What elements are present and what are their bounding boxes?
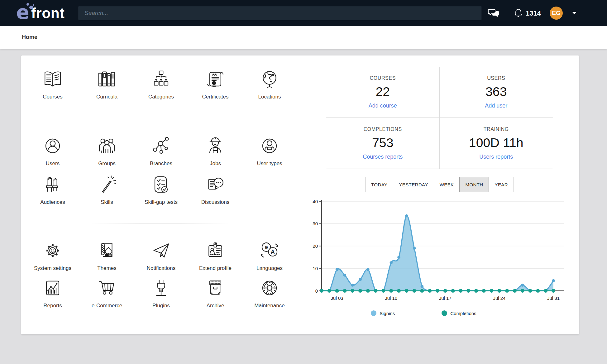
system-settings-icon xyxy=(42,237,63,264)
tab-week[interactable]: WEEK xyxy=(434,177,460,192)
reports-icon xyxy=(42,275,63,301)
groups-icon xyxy=(97,133,117,159)
menu-item-groups[interactable]: Groups xyxy=(80,133,134,167)
menu-item-locations[interactable]: Locations xyxy=(242,66,297,100)
legend-completions: Completions xyxy=(442,310,476,316)
menu-item-system-settings[interactable]: System settings xyxy=(26,237,80,271)
menu-item-label: Notifications xyxy=(147,265,176,271)
menu-item-languages[interactable]: ǝ A Languages xyxy=(242,237,297,271)
courses-icon xyxy=(42,66,63,92)
menu-item-extend-profile[interactable]: Extend profile xyxy=(188,237,242,271)
languages-icon: ǝ A xyxy=(259,237,280,264)
notifications-paper-plane-icon xyxy=(151,237,171,264)
menu-item-label: Users xyxy=(46,160,60,167)
courses-reports-link[interactable]: Courses reports xyxy=(363,154,403,160)
stat-value: 753 xyxy=(372,136,393,150)
logo-bubble-icon xyxy=(26,3,29,6)
stat-value: 363 xyxy=(485,84,507,99)
stat-card-users: USERS 363 Add user xyxy=(440,67,553,118)
users-reports-link[interactable]: Users reports xyxy=(479,154,513,160)
menu-row-tools: Reports e-Commerce Plugins xyxy=(26,275,297,309)
jobs-icon xyxy=(205,133,226,159)
certificates-icon xyxy=(205,66,226,92)
menu-item-plugins[interactable]: Plugins xyxy=(134,275,188,309)
stat-card-training: TRAINING 100D 11h Users reports xyxy=(440,118,553,169)
skill-gap-tests-icon xyxy=(151,171,171,198)
chart-legend: Signins Completions xyxy=(371,310,476,316)
svg-text:Jul 10: Jul 10 xyxy=(385,295,397,301)
menu-item-branches[interactable]: Branches xyxy=(134,133,188,167)
menu-item-discussions[interactable]: Discussions xyxy=(188,171,242,205)
bell-icon xyxy=(514,9,523,18)
curricula-icon xyxy=(97,66,117,92)
menu-item-label: Skills xyxy=(101,199,113,205)
add-course-link[interactable]: Add course xyxy=(369,103,397,109)
period-tabs: TODAY YESTERDAY WEEK MONTH YEAR xyxy=(326,177,553,192)
stat-title: USERS xyxy=(487,75,505,81)
menu-item-label: Plugins xyxy=(152,303,170,309)
menu-item-label: Audiences xyxy=(40,199,65,205)
messages-icon[interactable] xyxy=(488,8,499,18)
ecommerce-cart-icon xyxy=(97,275,117,301)
plugins-plug-icon xyxy=(151,275,171,301)
top-navigation-bar: e front 1314 EG xyxy=(0,0,607,26)
stat-value: 100D 11h xyxy=(469,136,523,150)
completions-legend-dot xyxy=(442,310,447,316)
stat-card-courses: COURSES 22 Add course xyxy=(326,67,440,118)
svg-text:A: A xyxy=(271,249,275,255)
menu-row-skills: Audiences Skills Skill-gap tests xyxy=(26,171,297,205)
user-types-icon xyxy=(259,133,280,159)
menu-item-label: User types xyxy=(257,160,282,167)
menu-item-skill-gap-tests[interactable]: Skill-gap tests xyxy=(134,171,188,205)
avatar[interactable]: EG xyxy=(550,7,563,20)
menu-item-categories[interactable]: Categories xyxy=(134,66,188,100)
stats-cards: COURSES 22 Add course USERS 363 Add user… xyxy=(326,67,553,169)
maintenance-icon xyxy=(259,275,280,301)
stat-card-completions: COMPLETIONS 753 Courses reports xyxy=(326,118,440,169)
menu-item-label: Skill-gap tests xyxy=(145,199,178,205)
menu-item-user-types[interactable]: User types xyxy=(242,133,297,167)
tab-month[interactable]: MONTH xyxy=(459,177,489,192)
menu-item-reports[interactable]: Reports xyxy=(26,275,80,309)
notifications-button[interactable]: 1314 xyxy=(514,9,541,18)
breadcrumb[interactable]: Home xyxy=(22,34,37,41)
menu-item-label: Maintenance xyxy=(254,303,284,309)
menu-section-divider xyxy=(90,120,230,120)
menu-item-maintenance[interactable]: Maintenance xyxy=(242,275,297,309)
efront-logo[interactable]: e front xyxy=(16,2,75,24)
svg-text:Jul 17: Jul 17 xyxy=(439,295,452,301)
legend-label: Signins xyxy=(380,311,395,316)
tab-today[interactable]: TODAY xyxy=(365,177,393,192)
menu-item-ecommerce[interactable]: e-Commerce xyxy=(80,275,134,309)
svg-text:10: 10 xyxy=(313,266,318,271)
menu-item-label: Categories xyxy=(148,94,174,100)
tab-yesterday[interactable]: YESTERDAY xyxy=(393,177,434,192)
svg-text:Jul 24: Jul 24 xyxy=(493,295,505,301)
menu-item-label: Extend profile xyxy=(199,265,232,271)
menu-item-audiences[interactable]: Audiences xyxy=(26,171,80,205)
menu-item-skills[interactable]: Skills xyxy=(80,171,134,205)
menu-row-content: Courses Curricula Categories xyxy=(26,66,297,100)
menu-item-courses[interactable]: Courses xyxy=(26,66,80,100)
svg-text:ǝ: ǝ xyxy=(265,244,268,250)
legend-signins: Signins xyxy=(371,310,395,316)
add-user-link[interactable]: Add user xyxy=(485,103,507,109)
menu-item-label: Jobs xyxy=(210,160,221,167)
tab-year[interactable]: YEAR xyxy=(489,177,514,192)
menu-item-curricula[interactable]: Curricula xyxy=(80,66,134,100)
skills-icon xyxy=(97,171,117,198)
menu-item-label: Languages xyxy=(256,265,283,271)
menu-item-users[interactable]: Users xyxy=(26,133,80,167)
menu-item-label: System settings xyxy=(34,265,71,271)
menu-item-notifications[interactable]: Notifications xyxy=(134,237,188,271)
stat-title: TRAINING xyxy=(484,127,509,132)
menu-item-certificates[interactable]: Certificates xyxy=(188,66,242,100)
menu-item-archive[interactable]: Archive xyxy=(188,275,242,309)
branches-icon xyxy=(151,133,171,159)
search-input[interactable] xyxy=(79,6,481,20)
svg-text:0: 0 xyxy=(315,288,318,294)
chevron-down-icon[interactable] xyxy=(572,12,576,14)
svg-text:30: 30 xyxy=(313,221,318,226)
menu-item-jobs[interactable]: Jobs xyxy=(188,133,242,167)
menu-item-themes[interactable]: Themes xyxy=(80,237,134,271)
